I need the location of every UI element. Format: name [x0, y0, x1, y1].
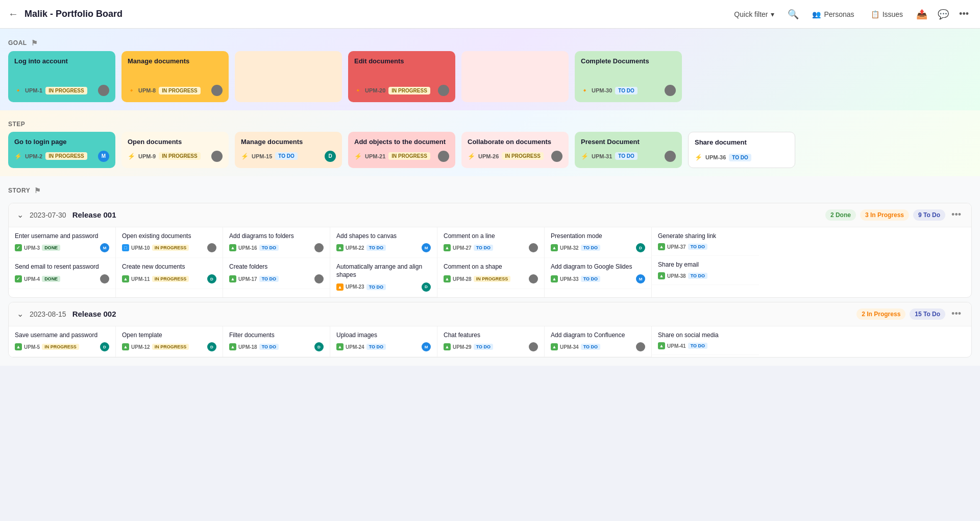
search-icon[interactable]: 🔍 [785, 6, 802, 23]
release-001-chevron[interactable]: ⌄ [17, 210, 23, 220]
release-002-chevron[interactable]: ⌄ [17, 309, 23, 319]
story-card-upm27[interactable]: Comment on a line ▲ UPM-27 TO DO [437, 227, 544, 258]
story-card-upm24[interactable]: Upload images ▲ UPM-24 TO DO M [330, 326, 437, 358]
story-card-footer-upm38: ▲ UPM-38 TO DO [658, 272, 753, 279]
share-icon[interactable]: 📤 [913, 6, 930, 23]
step-card-upm26[interactable]: Collaborate on documents ⚡ UPM-26 IN PRO… [461, 132, 569, 168]
id-upm12: UPM-12 [131, 344, 150, 350]
story-card-upm28[interactable]: Comment on a shape ▲ UPM-28 IN PROGRESS [437, 258, 544, 289]
step-badge-3: TO DO [275, 152, 297, 160]
quick-filter-button[interactable]: Quick filter ▾ [728, 7, 780, 21]
back-button[interactable]: ← [8, 8, 18, 20]
story-card-footer-upm22: ▲ UPM-22 TO DO M [336, 243, 431, 252]
step-card-upm36[interactable]: Share document ⚡ UPM-36 TO DO [688, 132, 795, 168]
icon-upm38: ▲ [658, 272, 665, 279]
story-card-upm22[interactable]: Add shapes to canvas ▲ UPM-22 TO DO M [330, 227, 437, 258]
step-card-upm15[interactable]: Manage documents ⚡ UPM-15 TO DO D [235, 132, 342, 168]
goal-cards-row: Log into account 🔸 UPM-1 IN PROGRESS Man… [0, 51, 980, 102]
goal-card-upm30[interactable]: Complete Documents 🔸 UPM-30 TO DO [575, 51, 682, 102]
release-002-more[interactable]: ••• [949, 309, 963, 319]
step-section-header: STEP [0, 114, 980, 132]
release-002-progress-badge[interactable]: 2 In Progress [856, 309, 905, 320]
icon-upm34: ▲ [551, 343, 558, 350]
story-card-footer-upm16: ▲ UPM-16 TO DO [229, 243, 324, 252]
id-upm11: UPM-11 [131, 276, 150, 282]
story-card-footer-upm17: ▲ UPM-17 TO DO [229, 274, 324, 283]
step-card-upm2[interactable]: Go to login page ⚡ UPM-2 IN PROGRESS M [8, 132, 115, 168]
goal-filter-icon[interactable]: ⚑ [31, 39, 38, 47]
status-badge-6: TO DO [615, 87, 637, 94]
step-card-footer-7: ⚡ UPM-36 TO DO [695, 154, 789, 161]
icon-upm4: ✓ [15, 275, 22, 282]
goal-label: GOAL [8, 39, 27, 46]
story-card-upm16[interactable]: Add diagrams to folders ▲ UPM-16 TO DO [223, 227, 330, 258]
story-card-upm10[interactable]: Open existing documents □ UPM-10 IN PROG… [116, 227, 223, 258]
story-card-upm33[interactable]: Add diagram to Google Slides ▲ UPM-33 TO… [545, 258, 651, 289]
badge-upm11: IN PROGRESS [152, 276, 189, 282]
story-card-upm17[interactable]: Create folders ▲ UPM-17 TO DO [223, 258, 330, 289]
r2-col-4: Upload images ▲ UPM-24 TO DO M [330, 326, 437, 358]
issues-button[interactable]: 📋 Issues [865, 7, 909, 21]
id-upm17: UPM-17 [238, 276, 257, 282]
card-id-6: UPM-30 [592, 87, 612, 93]
goal-card-upm20[interactable]: Edit documents 🔸 UPM-20 IN PROGRESS [348, 51, 455, 102]
story-card-title-upm37: Generate sharing link [658, 232, 753, 241]
comment-icon[interactable]: 💬 [935, 6, 952, 23]
goal-card-title-6: Complete Documents [581, 57, 676, 66]
personas-icon: 👥 [812, 10, 821, 18]
status-badge-2: IN PROGRESS [159, 87, 200, 94]
story-card-upm5[interactable]: Save username and password ▲ UPM-5 IN PR… [9, 326, 115, 358]
release-001-progress-badge[interactable]: 3 In Progress [860, 209, 909, 221]
story-card-upm3[interactable]: Enter username and password ✓ UPM-3 DONE… [9, 227, 115, 258]
story-card-upm41[interactable]: Share on social media ▲ UPM-41 TO DO [652, 326, 759, 356]
step-card-footer-1: ⚡ UPM-2 IN PROGRESS M [14, 151, 109, 162]
story-card-upm29[interactable]: Chat features ▲ UPM-29 TO DO [437, 326, 544, 358]
release-001-todo-badge[interactable]: 9 To Do [913, 209, 945, 221]
story-card-upm18[interactable]: Filter documents ▲ UPM-18 TO DO D [223, 326, 330, 358]
header: ← Malik - Portfolio Board Quick filter ▾… [0, 0, 980, 29]
story-card-footer-upm27: ▲ UPM-27 TO DO [444, 243, 538, 252]
avatar-upm3: M [100, 243, 109, 252]
step-card-footer-2: ⚡ UPM-9 IN PROGRESS [128, 151, 223, 162]
card-id-1: UPM-1 [25, 87, 42, 93]
release-001-more[interactable]: ••• [949, 209, 963, 220]
story-col-5: Comment on a line ▲ UPM-27 TO DO Comment… [437, 227, 545, 297]
step-card-upm9[interactable]: Open documents ⚡ UPM-9 IN PROGRESS [121, 132, 229, 168]
step-priority-5: ⚡ [468, 153, 475, 160]
story-card-upm38[interactable]: Share by email ▲ UPM-38 TO DO [652, 256, 759, 285]
story-label: STORY [8, 187, 30, 194]
icon-upm23: ▲ [336, 283, 344, 291]
goal-card-upm8[interactable]: Manage documents 🔸 UPM-8 IN PROGRESS [121, 51, 229, 102]
icon-upm11: ▲ [122, 275, 129, 282]
story-card-upm4[interactable]: Send email to resent password ✓ UPM-4 DO… [9, 258, 115, 289]
release-001-done-badge[interactable]: 2 Done [825, 209, 856, 221]
story-card-upm23[interactable]: Automatically arrange and align shapes ▲… [330, 258, 437, 297]
personas-button[interactable]: 👥 Personas [806, 7, 860, 21]
priority-icon-2: 🔸 [128, 87, 135, 94]
id-upm3: UPM-3 [24, 245, 40, 251]
step-badge-7: TO DO [729, 154, 751, 161]
story-card-title-upm12: Open template [122, 331, 216, 340]
badge-upm41: TO DO [688, 343, 707, 349]
story-card-upm11[interactable]: Create new documents ▲ UPM-11 IN PROGRES… [116, 258, 223, 289]
step-card-upm31[interactable]: Present Document ⚡ UPM-31 TO DO [575, 132, 682, 168]
story-card-footer-upm32: ▲ UPM-32 TO DO D [551, 243, 645, 252]
step-priority-1: ⚡ [14, 153, 22, 160]
story-card-upm12[interactable]: Open template ▲ UPM-12 IN PROGRESS D [116, 326, 223, 358]
id-upm27: UPM-27 [453, 245, 472, 251]
step-card-upm21[interactable]: Add objects to the document ⚡ UPM-21 IN … [348, 132, 455, 168]
step-avatar-4 [438, 151, 449, 162]
release-002-todo-badge[interactable]: 15 To Do [910, 309, 945, 320]
badge-upm5: IN PROGRESS [42, 344, 79, 350]
story-card-upm37[interactable]: Generate sharing link ▲ UPM-37 TO DO [652, 227, 759, 256]
story-card-upm34[interactable]: Add diagram to Confluence ▲ UPM-34 TO DO [545, 326, 651, 358]
story-card-upm32[interactable]: Presentation mode ▲ UPM-32 TO DO D [545, 227, 651, 258]
goal-card-upm1[interactable]: Log into account 🔸 UPM-1 IN PROGRESS [8, 51, 115, 102]
story-col-3: Add diagrams to folders ▲ UPM-16 TO DO C… [223, 227, 330, 297]
more-icon[interactable]: ••• [956, 6, 972, 22]
avatar-upm27 [529, 243, 538, 252]
story-filter-icon[interactable]: ⚑ [34, 186, 41, 195]
main-content: GOAL ⚑ Log into account 🔸 UPM-1 IN PROGR… [0, 29, 980, 366]
icon-upm10: □ [122, 244, 129, 251]
story-card-title-upm11: Create new documents [122, 263, 216, 271]
